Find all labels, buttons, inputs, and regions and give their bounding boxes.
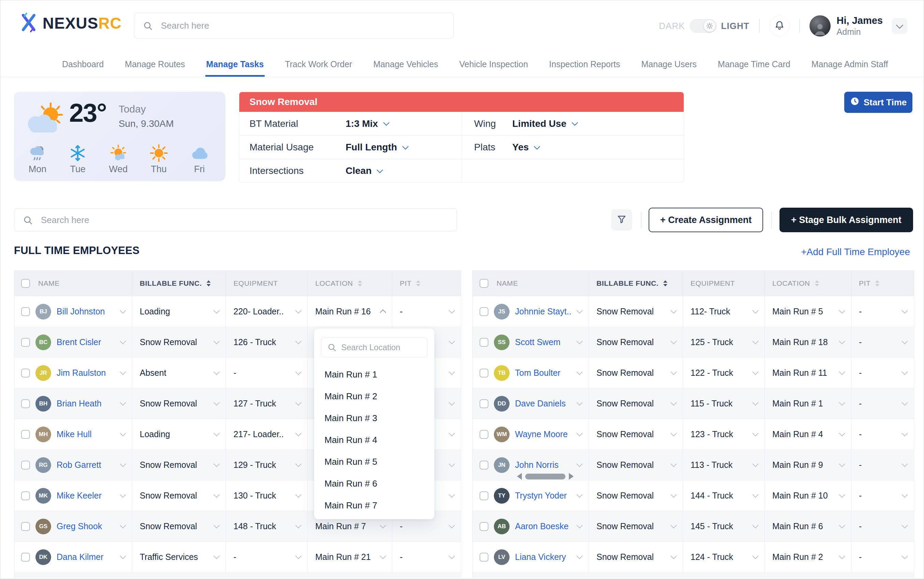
chevron-down-icon[interactable]: [295, 307, 301, 313]
nav-item-dashboard[interactable]: Dashboard: [51, 51, 114, 77]
field-value[interactable]: 1:3 Mix: [346, 118, 378, 129]
chevron-down-icon[interactable]: [449, 491, 455, 497]
chevron-down-icon[interactable]: [295, 491, 301, 497]
chevron-down-icon[interactable]: [449, 553, 455, 559]
column-header-pit[interactable]: PIT: [851, 271, 914, 296]
sort-icon[interactable]: [416, 280, 420, 286]
nav-item-inspection-reports[interactable]: Inspection Reports: [539, 51, 630, 77]
chevron-down-icon[interactable]: [120, 338, 126, 344]
row-checkbox[interactable]: [480, 338, 488, 347]
employee-name-link[interactable]: Mike Hull: [57, 429, 92, 439]
chevron-down-icon[interactable]: [380, 553, 386, 559]
chevron-down-icon[interactable]: [449, 399, 455, 406]
row-checkbox[interactable]: [480, 399, 488, 408]
row-checkbox[interactable]: [21, 522, 30, 531]
chevron-down-icon[interactable]: [449, 461, 455, 467]
sort-icon[interactable]: [663, 280, 667, 286]
chevron-down-icon[interactable]: [901, 307, 908, 313]
row-checkbox[interactable]: [21, 430, 30, 439]
chevron-down-icon[interactable]: [449, 369, 455, 375]
chevron-down-icon[interactable]: [576, 522, 583, 528]
employee-name-link[interactable]: Trystyn Yoder: [515, 491, 567, 500]
chevron-down-icon[interactable]: [120, 430, 126, 436]
select-all-checkbox[interactable]: [480, 279, 488, 288]
chevron-down-icon[interactable]: [839, 369, 845, 375]
chevron-down-icon[interactable]: [449, 430, 455, 436]
chevron-down-icon[interactable]: [213, 491, 219, 497]
chevron-down-icon[interactable]: [901, 491, 908, 497]
field-value[interactable]: Full Length: [346, 142, 397, 153]
column-header-pit[interactable]: PIT: [392, 271, 461, 296]
employee-name-link[interactable]: Jim Raulston: [57, 368, 106, 378]
chevron-down-icon[interactable]: [752, 307, 758, 313]
nav-item-manage-admin-staff[interactable]: Manage Admin Staff: [801, 51, 899, 77]
row-checkbox[interactable]: [480, 522, 488, 531]
field-value[interactable]: Clean: [346, 165, 372, 176]
chevron-down-icon[interactable]: [752, 553, 758, 559]
sort-icon[interactable]: [815, 280, 819, 286]
row-checkbox[interactable]: [480, 461, 488, 469]
chevron-down-icon[interactable]: [576, 553, 583, 559]
chevron-down-icon[interactable]: [449, 307, 455, 313]
chevron-down-icon[interactable]: [901, 369, 908, 375]
chevron-down-icon[interactable]: [839, 522, 845, 528]
employee-name-link[interactable]: Mike Keeler: [57, 491, 101, 500]
chevron-down-icon[interactable]: [576, 491, 583, 497]
row-checkbox[interactable]: [21, 553, 30, 562]
chevron-down-icon[interactable]: [213, 307, 219, 313]
chevron-down-icon[interactable]: [839, 491, 845, 497]
chevron-down-icon[interactable]: [671, 369, 677, 375]
global-search-input[interactable]: [134, 13, 454, 39]
column-header-location[interactable]: LOCATION: [307, 271, 392, 296]
nav-item-track-work-order[interactable]: Track Work Order: [274, 51, 362, 77]
chevron-down-icon[interactable]: [752, 430, 758, 436]
chevron-down-icon[interactable]: [839, 461, 845, 467]
chevron-down-icon[interactable]: [671, 491, 677, 497]
chevron-down-icon[interactable]: [671, 430, 677, 436]
chevron-down-icon[interactable]: [839, 399, 845, 406]
chevron-down-icon[interactable]: [213, 522, 219, 528]
theme-toggle[interactable]: [690, 19, 717, 33]
location-option[interactable]: Main Run # 6: [321, 473, 428, 494]
row-checkbox[interactable]: [480, 553, 488, 562]
chevron-down-icon[interactable]: [671, 461, 677, 467]
chevron-down-icon[interactable]: [901, 430, 908, 436]
employee-name-link[interactable]: Dave Daniels: [515, 399, 566, 409]
chevron-down-icon[interactable]: [120, 399, 126, 406]
column-header-billable-func[interactable]: BILLABLE FUNC.: [132, 271, 225, 296]
chevron-down-icon[interactable]: [752, 399, 758, 406]
chevron-down-icon[interactable]: [120, 461, 126, 467]
employee-name-link[interactable]: Scott Swem: [515, 337, 560, 347]
employee-name-link[interactable]: Dana Kilmer: [57, 552, 104, 562]
chevron-down-icon[interactable]: [120, 491, 126, 497]
chevron-down-icon[interactable]: [380, 522, 386, 528]
chevron-down-icon[interactable]: [752, 522, 758, 528]
chevron-down-icon[interactable]: [213, 338, 219, 344]
chevron-down-icon[interactable]: [576, 369, 583, 375]
chevron-down-icon[interactable]: [576, 338, 583, 344]
chevron-down-icon[interactable]: [295, 369, 301, 375]
employee-name-link[interactable]: Brian Heath: [57, 399, 101, 409]
chevron-down-icon[interactable]: [901, 553, 908, 559]
nav-item-manage-time-card[interactable]: Manage Time Card: [707, 51, 801, 77]
chevron-down-icon[interactable]: [576, 307, 583, 313]
chevron-down-icon[interactable]: [671, 399, 677, 406]
chevron-down-icon[interactable]: [839, 307, 845, 313]
brand-logo[interactable]: NEXUSRC: [18, 12, 122, 34]
chevron-down-icon[interactable]: [671, 338, 677, 344]
chevron-down-icon[interactable]: [752, 369, 758, 375]
row-checkbox[interactable]: [480, 430, 488, 439]
row-checkbox[interactable]: [21, 491, 30, 500]
location-option[interactable]: Main Run # 2: [321, 385, 428, 407]
start-time-button[interactable]: Start Time: [844, 92, 913, 113]
location-option[interactable]: Main Run # 7: [321, 494, 428, 516]
chevron-down-icon[interactable]: [120, 369, 126, 375]
row-checkbox[interactable]: [21, 461, 30, 469]
field-value[interactable]: Limited Use: [512, 118, 566, 129]
user-avatar[interactable]: [810, 15, 831, 36]
employee-name-link[interactable]: John Norris: [515, 460, 558, 470]
chevron-down-icon[interactable]: [671, 307, 677, 313]
chevron-down-icon[interactable]: [571, 119, 578, 126]
location-option[interactable]: Main Run # 1: [321, 363, 428, 385]
column-header-location[interactable]: LOCATION: [764, 271, 851, 296]
